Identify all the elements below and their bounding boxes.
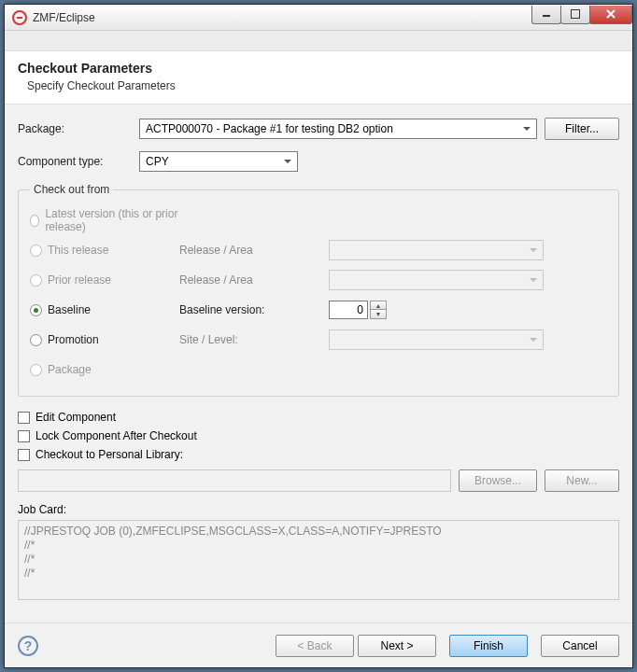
new-button: New... xyxy=(545,469,619,492)
component-type-combo[interactable]: CPY xyxy=(139,151,298,172)
component-type-label: Component type: xyxy=(18,155,139,168)
maximize-button[interactable] xyxy=(560,6,590,24)
dialog-window: ZMF/Eclipse Checkout Parameters Specify … xyxy=(4,4,633,668)
titlebar[interactable]: ZMF/Eclipse xyxy=(5,5,632,31)
radio-this-release-label: This release xyxy=(48,244,108,257)
radio-this-release xyxy=(30,245,42,257)
baseline-version-spinner[interactable]: ▲ ▼ xyxy=(329,301,607,319)
spin-up-icon[interactable]: ▲ xyxy=(371,301,386,310)
content-area: Package: ACTP000070 - Package #1 for tes… xyxy=(5,105,632,623)
baseline-version-input[interactable] xyxy=(329,301,368,319)
checkout-from-legend: Check out from xyxy=(30,183,113,196)
personal-library-label: Checkout to Personal Library: xyxy=(35,448,183,461)
spin-down-icon[interactable]: ▼ xyxy=(371,310,386,318)
radio-promotion-label: Promotion xyxy=(48,333,99,346)
lock-component-label: Lock Component After Checkout xyxy=(35,429,197,442)
job-card-textarea[interactable]: //JPRESTOQ JOB (0),ZMFECLIPSE,MSGCLASS=X… xyxy=(18,520,619,600)
finish-button[interactable]: Finish xyxy=(449,635,528,657)
radio-prior-release-label: Prior release xyxy=(48,273,111,287)
radio-package xyxy=(30,364,42,376)
site-level-label: Site / Level: xyxy=(179,333,329,346)
site-level-combo xyxy=(329,329,544,350)
package-value: ACTP000070 - Package #1 for testing DB2 … xyxy=(146,122,393,135)
edit-component-label: Edit Component xyxy=(35,411,116,424)
radio-baseline[interactable] xyxy=(30,304,42,316)
cancel-button[interactable]: Cancel xyxy=(541,635,619,657)
package-combo[interactable]: ACTP000070 - Package #1 for testing DB2 … xyxy=(139,119,537,139)
radio-promotion[interactable] xyxy=(30,334,42,346)
prior-release-area-label: Release / Area xyxy=(179,273,329,287)
edit-component-checkbox[interactable] xyxy=(18,412,30,424)
page-subtitle: Specify Checkout Parameters xyxy=(27,79,619,92)
personal-library-checkbox[interactable] xyxy=(18,449,30,461)
close-button[interactable] xyxy=(589,6,632,24)
footer: ? < Back Next > Finish Cancel xyxy=(5,623,632,667)
baseline-version-label: Baseline version: xyxy=(179,303,329,316)
checkout-from-group: Check out from Latest version (this or p… xyxy=(18,183,619,397)
radio-package-label: Package xyxy=(48,363,92,376)
radio-baseline-label: Baseline xyxy=(48,303,91,316)
package-label: Package: xyxy=(18,122,139,135)
radio-prior-release xyxy=(30,274,42,287)
radio-latest-version xyxy=(30,215,39,227)
back-button: < Back xyxy=(276,635,354,657)
next-button[interactable]: Next > xyxy=(358,635,436,657)
radio-latest-version-label: Latest version (this or prior release) xyxy=(45,207,179,233)
component-type-value: CPY xyxy=(146,155,169,168)
this-release-area-label: Release / Area xyxy=(179,244,329,257)
this-release-area-combo xyxy=(329,240,544,260)
prior-release-area-combo xyxy=(329,270,544,290)
app-icon xyxy=(12,10,27,25)
page-title: Checkout Parameters xyxy=(18,61,619,76)
help-icon[interactable]: ? xyxy=(18,636,38,656)
personal-library-input xyxy=(18,469,451,492)
filter-button[interactable]: Filter... xyxy=(545,118,619,140)
window-title: ZMF/Eclipse xyxy=(33,11,532,24)
job-card-label: Job Card: xyxy=(18,503,619,516)
dialog-header: Checkout Parameters Specify Checkout Par… xyxy=(5,51,632,105)
lock-component-checkbox[interactable] xyxy=(18,430,30,442)
browse-button: Browse... xyxy=(459,469,537,492)
toolbar-blur xyxy=(5,31,632,51)
minimize-button[interactable] xyxy=(531,6,561,24)
